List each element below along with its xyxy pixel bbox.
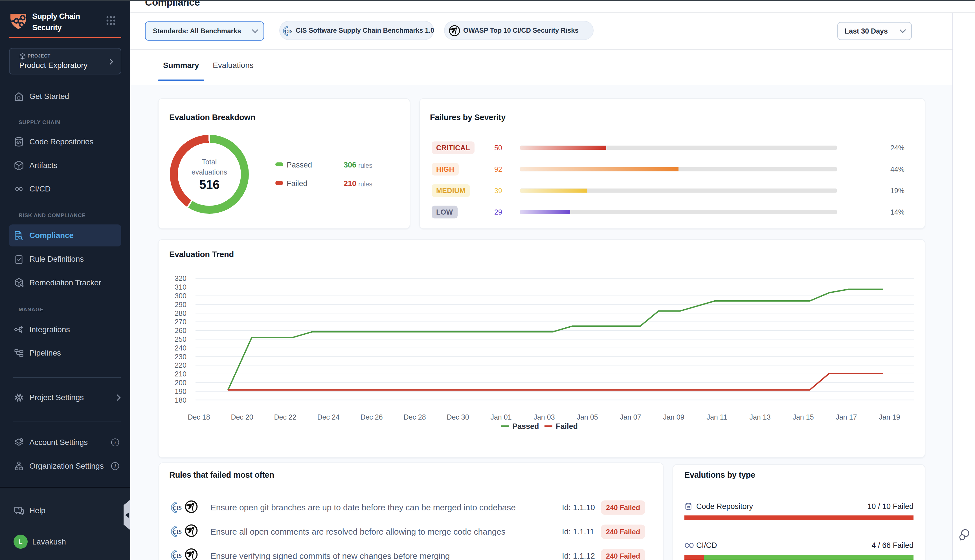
svg-text:180: 180 (175, 396, 187, 404)
svg-text:240: 240 (175, 344, 187, 352)
svg-text:210: 210 (175, 370, 187, 378)
svg-text:310: 310 (175, 283, 187, 291)
svg-text:Jan 03: Jan 03 (534, 413, 555, 421)
svg-text:Jan 07: Jan 07 (620, 413, 641, 421)
svg-text:190: 190 (175, 387, 187, 395)
svg-text:Dec 20: Dec 20 (231, 413, 253, 421)
svg-text:CIS: CIS (173, 505, 182, 511)
svg-text:260: 260 (175, 327, 187, 334)
svg-text:Dec 24: Dec 24 (317, 413, 339, 421)
svg-text:Dec 18: Dec 18 (188, 413, 210, 421)
svg-text:Dec 26: Dec 26 (360, 413, 382, 421)
svg-text:200: 200 (175, 379, 187, 387)
svg-text:280: 280 (175, 309, 187, 317)
svg-text:270: 270 (175, 318, 187, 326)
svg-text:250: 250 (175, 335, 187, 343)
svg-text:Dec 22: Dec 22 (274, 413, 296, 421)
svg-text:Jan 01: Jan 01 (490, 413, 511, 421)
svg-text:CIS: CIS (173, 529, 182, 535)
svg-text:Dec 28: Dec 28 (404, 413, 426, 421)
svg-text:Jan 11: Jan 11 (706, 413, 727, 421)
svg-text:CIS: CIS (285, 29, 292, 34)
svg-text:Failed: Failed (556, 422, 578, 430)
svg-text:Jan 17: Jan 17 (836, 413, 857, 421)
svg-text:290: 290 (175, 301, 187, 308)
svg-text:Jan 09: Jan 09 (663, 413, 684, 421)
svg-text:Jan 05: Jan 05 (577, 413, 598, 421)
svg-text:Jan 13: Jan 13 (749, 413, 770, 421)
svg-text:Passed: Passed (513, 422, 539, 430)
svg-text:CIS: CIS (173, 553, 182, 559)
svg-text:Jan 15: Jan 15 (793, 413, 814, 421)
svg-text:220: 220 (175, 361, 187, 369)
svg-text:300: 300 (175, 292, 187, 300)
svg-text:320: 320 (175, 274, 187, 282)
svg-text:230: 230 (175, 353, 187, 361)
svg-text:Dec 30: Dec 30 (447, 413, 469, 421)
svg-text:?: ? (17, 508, 20, 512)
svg-text:Jan 19: Jan 19 (879, 413, 900, 421)
